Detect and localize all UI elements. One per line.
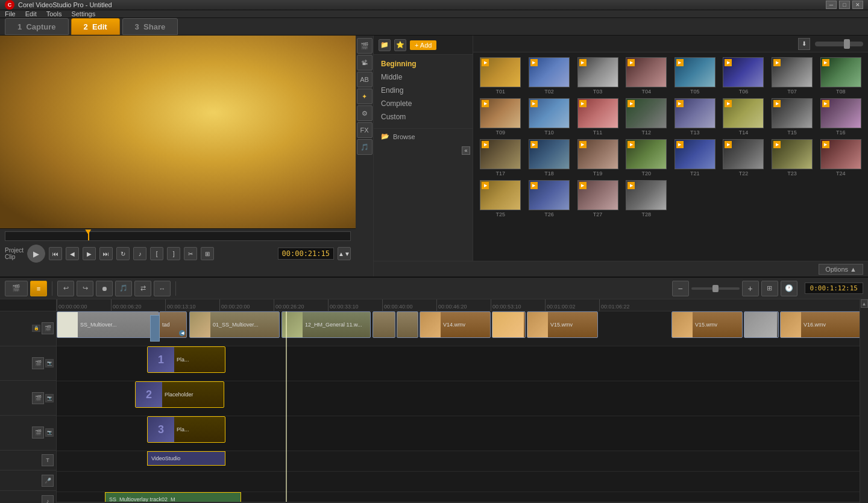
tab-edit[interactable]: 2 Edit [71,18,120,35]
transition-apply-btn[interactable]: ↔ [154,281,171,296]
prev-frame-button[interactable]: ◀ [66,247,79,260]
clip-12hm[interactable]: 12_HM_General 11.w... [281,311,371,338]
thumb-T12[interactable]: ▶T12 [624,98,669,136]
thumb-T20[interactable]: ▶T20 [624,139,669,177]
next-frame-button[interactable]: ▶ [83,247,96,260]
thumb-T16[interactable]: ▶T16 [818,98,863,136]
options-button[interactable]: Options ▲ [819,264,863,275]
transition-btn[interactable]: ✦ [357,89,373,104]
zoom-slider[interactable] [691,287,740,290]
thumb-T05[interactable]: ▶T05 [673,57,718,95]
audio-btn[interactable]: 🎵 [357,139,373,155]
record-btn[interactable]: ⏺ [96,281,113,296]
menu-settings[interactable]: Settings [71,10,95,17]
thumb-T19[interactable]: ▶T19 [575,139,620,177]
clip-v14b[interactable] [492,311,526,338]
thumb-T25[interactable]: ▶T25 [478,180,523,217]
thumb-T01[interactable]: ▶T01 [478,57,523,95]
timeline-scrubber[interactable] [5,231,351,241]
browse-button[interactable]: 📂 Browse [374,128,473,144]
thumb-T06[interactable]: ▶T06 [721,57,766,95]
go-start-button[interactable]: ⏮ [49,247,62,260]
title-btn[interactable]: AB [357,72,373,87]
track-view-btn[interactable]: 🎬 [5,281,28,296]
clip-v15a[interactable]: V15.wmv [527,311,598,338]
minimize-button[interactable]: ─ [826,1,837,9]
clip-v16[interactable]: V16.wmv [780,311,860,338]
add-button[interactable]: + Add [410,40,436,50]
music-clip[interactable]: SS_Multioverlay track02_M [105,492,241,502]
clip-empty2[interactable] [397,311,418,338]
overlay2-icon[interactable]: 🎬 [32,392,44,404]
clip-v14[interactable]: V14.wmv [420,311,491,338]
menu-file[interactable]: File [5,10,16,17]
thumb-T21[interactable]: ▶T21 [673,139,718,177]
thumb-T08[interactable]: ▶T08 [818,57,863,95]
menu-tools[interactable]: Tools [46,10,62,17]
redo-btn[interactable]: ↪ [77,281,93,296]
mark-out-button[interactable]: ] [167,247,180,260]
tab-capture[interactable]: 1 Capture [5,18,69,35]
thumb-T18[interactable]: ▶T18 [527,139,572,177]
thumb-T11[interactable]: ▶T11 [575,98,620,136]
playhead-thumb[interactable] [85,230,91,234]
overlay1-cam-btn[interactable]: 📷 [45,359,54,367]
zoom-in-btn[interactable]: + [742,281,759,296]
undo-btn[interactable]: ↩ [57,281,74,296]
mark-in-button[interactable]: [ [150,247,163,260]
import-btn[interactable]: ⬇ [798,38,810,50]
repeat-button[interactable]: ↻ [116,247,130,260]
close-button[interactable]: ✕ [852,1,863,9]
swap-btn[interactable]: ⇄ [134,281,151,296]
thumb-T26[interactable]: ▶T26 [527,180,572,217]
thumb-T09[interactable]: ▶T09 [478,98,523,136]
clip-gray[interactable] [744,311,779,338]
timeline-view-btn[interactable]: ≡ [30,281,47,296]
enlarge-button[interactable]: ⊞ [201,247,214,260]
menu-edit[interactable]: Edit [25,10,37,17]
cat-ending[interactable]: Ending [374,84,473,97]
fx-btn[interactable]: FX [357,122,373,138]
thumb-T10[interactable]: ▶T10 [527,98,572,136]
clip-ss-multiover[interactable]: SS_Multiover... [57,311,159,338]
clip-01ss[interactable]: 01_SS_Multiover... [189,311,280,338]
split-button[interactable]: ✂ [184,247,197,260]
fit-btn[interactable]: ⊞ [761,281,778,296]
thumb-T24[interactable]: ▶T24 [818,139,863,177]
play-button[interactable]: ▶ [27,245,45,263]
filter-btn[interactable]: ⚙ [357,105,373,121]
thumb-T23[interactable]: ▶T23 [770,139,815,177]
cat-beginning[interactable]: Beginning [374,57,473,70]
track-lock-btn[interactable]: 🔒 [32,325,40,332]
cat-custom[interactable]: Custom [374,110,473,123]
cat-complete[interactable]: Complete [374,97,473,110]
timecode-spin[interactable]: ▲▼ [338,247,351,260]
volume-button[interactable]: ♪ [133,247,146,260]
tab-share[interactable]: 3 Share [122,18,178,35]
overlay3-clip1[interactable]: 3 Pla... [147,416,225,443]
thumb-T02[interactable]: ▶T02 [527,57,572,95]
overlay2-clip1[interactable]: 2 Placeholder [135,381,224,408]
cat-middle[interactable]: Middle [374,70,473,84]
thumb-T03[interactable]: ▶T03 [575,57,620,95]
thumb-T13[interactable]: ▶T13 [673,98,718,136]
collapse-left-btn[interactable]: « [462,146,470,155]
instant-slideshow-btn[interactable]: 📽 [357,55,373,70]
thumb-T17[interactable]: ▶T17 [478,139,523,177]
thumb-T07[interactable]: ▶T07 [770,57,815,95]
overlay1-icon[interactable]: 🎬 [32,357,44,369]
thumb-T28[interactable]: ▶T28 [624,180,669,217]
thumb-T15[interactable]: ▶T15 [770,98,815,136]
zoom-out-btn[interactable]: − [672,281,689,296]
overlay2-cam-btn[interactable]: 📷 [45,394,54,402]
media-btn[interactable]: 🎬 [357,38,373,54]
audio-mix-btn[interactable]: 🎵 [115,281,132,296]
overlay3-icon[interactable]: 🎬 [32,426,44,439]
thumb-T22[interactable]: ▶T22 [721,139,766,177]
size-slider[interactable] [815,42,863,46]
overlay3-cam-btn[interactable]: 📷 [45,428,54,437]
thumb-T04[interactable]: ▶T04 [624,57,669,95]
overlay1-clip1[interactable]: 1 Pla... [147,346,225,373]
title-clip[interactable]: VideoStudio [147,451,225,466]
maximize-button[interactable]: □ [839,1,850,9]
